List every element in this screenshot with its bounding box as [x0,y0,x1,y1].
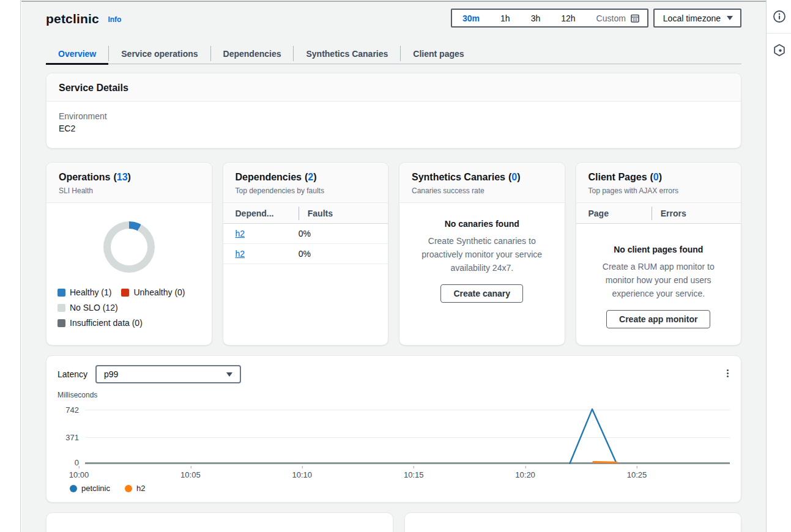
legend-item-healthy: Healthy (1) [58,287,111,297]
hexagon-status-icon [772,43,787,57]
collapsed-nav-rail[interactable] [0,0,21,532]
legend-item-no-slo: No SLO (12) [58,303,118,312]
x-tick-1005: 10:05 [180,470,201,479]
y-tick-371: 371 [65,433,79,442]
healthy-swatch-icon [58,289,65,297]
partial-card [46,512,393,532]
custom-label: Custom [596,13,626,23]
column-header-errors[interactable]: Errors [661,209,686,218]
partial-card [404,512,741,532]
kebab-menu-icon[interactable] [724,367,731,380]
client-pages-header: Client Pages0 Top pages with AJAX errors [576,163,741,203]
synthetics-empty-state: No canaries found Create Synthetic canar… [399,203,565,345]
operations-count[interactable]: 13 [117,172,128,182]
sli-health-legend: Healthy (1) Unhealthy (0) No SLO (12) [58,287,201,328]
h2-dot-icon [125,485,132,492]
timezone-select[interactable]: Local timezone [653,9,741,28]
tab-synthetics-canaries[interactable]: Synthetics Canaries [294,43,400,64]
no-slo-swatch-icon [58,304,65,312]
client-pages-count[interactable]: 0 [653,172,659,182]
column-header-page[interactable]: Page [589,209,652,218]
dependencies-header: Dependencies2 Top dependencies by faults [223,163,388,203]
tab-client-pages[interactable]: Client pages [401,43,476,64]
time-range-1h[interactable]: 1h [490,13,521,23]
legend-item-insufficient-data: Insufficient data (0) [58,318,143,328]
operations-header: Operations13 SLI Health [46,163,212,203]
sli-health-donut-chart [103,221,155,273]
page-header: petclinic Info 30m 1h 3h 12h Custom [21,2,766,40]
info-icon [772,9,787,24]
legend-item-h2[interactable]: h2 [125,484,145,493]
y-axis-unit-label: Milliseconds [58,391,730,399]
dependencies-count[interactable]: 2 [308,172,313,182]
time-range-custom[interactable]: Custom [586,13,647,23]
table-row: h2 0% [223,244,388,264]
column-header-faults[interactable]: Faults [308,209,333,218]
column-divider[interactable] [299,207,299,220]
percentile-select[interactable]: p99 [95,365,241,383]
tab-service-operations[interactable]: Service operations [109,43,210,64]
legend-label: petclinic [81,484,110,493]
legend-label: h2 [136,484,145,493]
service-details-title: Service Details [59,83,128,93]
tools-panel-rail [766,0,791,532]
legend-item-petclinic[interactable]: petclinic [70,484,110,493]
synthetics-count[interactable]: 0 [511,172,517,182]
y-tick-0: 0 [75,458,79,467]
synthetics-canaries-card: Synthetics Canaries0 Canaries success ra… [399,162,565,345]
legend-label: No SLO (12) [70,303,118,312]
client-pages-table-header: Page Errors [576,203,741,224]
column-divider[interactable] [652,207,652,220]
percentile-value: p99 [104,369,118,379]
latency-label: Latency [58,369,87,379]
operations-title: Operations [59,172,110,182]
chart-legend: petclinic h2 [58,484,730,493]
tab-bar: Overview Service operations Dependencies… [46,43,741,64]
empty-state-title: No client pages found [589,245,729,254]
calendar-icon [630,13,640,23]
timezone-label: Local timezone [663,13,721,23]
x-tick-1010: 10:10 [292,470,313,479]
create-app-monitor-button[interactable]: Create app monitor [606,310,710,328]
client-pages-subtitle: Top pages with AJAX errors [589,187,729,195]
tab-overview[interactable]: Overview [46,43,108,64]
legend-label: Healthy (1) [70,287,111,297]
info-panel-button[interactable] [767,0,791,33]
info-link[interactable]: Info [108,15,121,24]
time-range-30m[interactable]: 30m [452,13,490,23]
synthetics-title: Synthetics Canaries [412,172,505,182]
dependency-link[interactable]: h2 [236,229,245,238]
content: Service Details Environment EC2 Operatio… [21,64,766,532]
operations-card: Operations13 SLI Health Healthy (1) [46,162,212,345]
empty-state-text: Create Synthetic canaries to proactively… [412,234,552,275]
y-axis-labels: 742 371 0 [58,408,85,464]
status-panel-button[interactable] [767,33,791,66]
time-range-controls: 30m 1h 3h 12h Custom Local timezone [451,9,741,28]
x-tick-1015: 10:15 [404,470,424,479]
legend-label: Unhealthy (0) [133,287,185,297]
tab-dependencies[interactable]: Dependencies [211,43,294,64]
empty-state-title: No canaries found [412,219,552,229]
chevron-down-icon [727,16,733,20]
synthetics-header: Synthetics Canaries0 Canaries success ra… [399,163,565,203]
create-canary-button[interactable]: Create canary [440,284,523,303]
time-range-3h[interactable]: 3h [521,13,551,23]
dependencies-table-header: Depend... Faults [223,203,388,224]
column-header-dependency[interactable]: Depend... [236,209,299,218]
dependency-link[interactable]: h2 [236,249,245,259]
service-details-header: Service Details [46,73,741,102]
faults-value: 0% [299,249,311,259]
environment-label: Environment [59,111,729,121]
plot-area[interactable] [85,408,730,464]
empty-state-text: Create a RUM app monitor to monitor how … [589,260,729,300]
x-axis-labels: 10:00 10:05 10:10 10:15 10:20 10:25 [85,467,730,480]
page-title: petclinic [46,12,99,26]
time-range-segmented-control: 30m 1h 3h 12h Custom [451,9,648,28]
x-tick-1025: 10:25 [627,470,647,479]
insufficient-data-swatch-icon [58,319,65,327]
legend-item-unhealthy: Unhealthy (0) [121,287,185,297]
dependencies-title: Dependencies [236,172,302,182]
y-tick-742: 742 [65,405,79,415]
time-range-12h[interactable]: 12h [551,13,585,23]
client-pages-title: Client Pages [589,172,647,182]
